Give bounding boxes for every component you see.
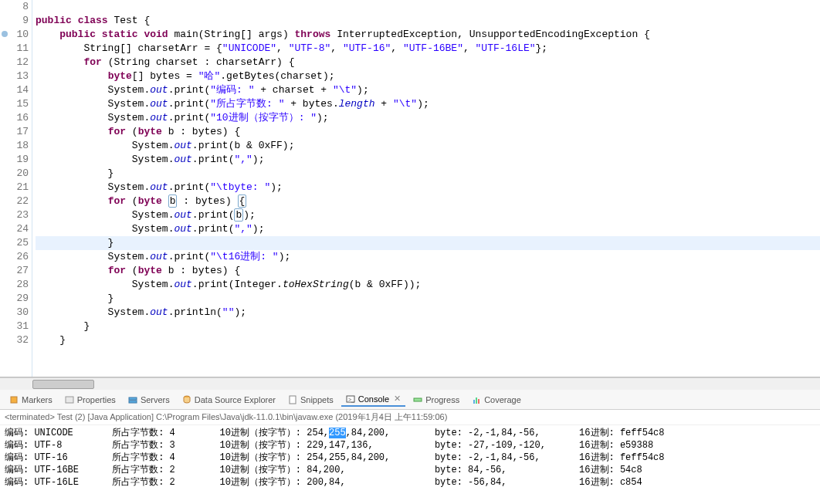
progress-icon <box>413 395 422 404</box>
tab-console[interactable]: >_ Console ✕ <box>341 392 405 407</box>
line-gutter: 8910111213141516171819202122232425262728… <box>0 0 32 377</box>
tab-label: Coverage <box>484 395 521 404</box>
console-line: 编码: UTF-16LE 所占字节数: 2 10进制（按字节）: 200,84,… <box>5 476 815 489</box>
code-line[interactable]: System.out.print(","); <box>36 153 820 167</box>
tab-properties[interactable]: Properties <box>60 394 120 406</box>
svg-rect-3 <box>129 401 137 403</box>
code-line[interactable] <box>36 0 820 14</box>
console-icon: >_ <box>346 394 355 404</box>
svg-rect-10 <box>476 397 477 404</box>
code-line[interactable]: public class Test { <box>36 14 820 28</box>
code-line[interactable]: System.out.print("\tbyte: "); <box>36 181 820 194</box>
svg-rect-9 <box>473 400 475 404</box>
tab-data-source-explorer[interactable]: Data Source Explorer <box>178 394 280 406</box>
code-line[interactable]: String[] charsetArr = {"UNICODE", "UTF-8… <box>36 42 820 56</box>
code-line[interactable]: for (byte b : bytes) { <box>36 125 820 139</box>
svg-rect-1 <box>66 397 73 403</box>
tab-coverage[interactable]: Coverage <box>467 394 526 406</box>
code-area[interactable]: public class Test { public static void m… <box>32 0 820 377</box>
coverage-icon <box>472 395 481 404</box>
code-line[interactable]: System.out.print("编码: " + charset + "\t"… <box>36 83 820 97</box>
database-icon <box>182 395 191 404</box>
code-line[interactable]: System.out.print("\t16进制: "); <box>36 250 820 264</box>
svg-text:>_: >_ <box>348 397 354 403</box>
code-line[interactable]: public static void main(String[] args) t… <box>36 28 820 42</box>
tab-markers[interactable]: Markers <box>5 394 57 406</box>
code-line[interactable]: System.out.print("所占字节数: " + bytes.lengt… <box>36 97 820 111</box>
svg-rect-5 <box>290 396 296 404</box>
console-line: 编码: UTF-16BE 所占字节数: 2 10进制（按字节）: 84,200,… <box>5 464 815 476</box>
code-line[interactable]: System.out.print(Integer.toHexString(b &… <box>36 278 820 292</box>
console-output[interactable]: 编码: UNICODE 所占字节数: 4 10进制（按字节）: 254,255,… <box>0 425 820 504</box>
snippets-icon <box>288 395 297 404</box>
code-line[interactable]: for (byte b : bytes) { <box>36 264 820 278</box>
code-line[interactable]: System.out.print(","); <box>36 222 820 236</box>
tab-snippets[interactable]: Snippets <box>283 394 338 406</box>
close-icon[interactable]: ✕ <box>394 394 401 404</box>
tab-label: Properties <box>77 395 116 404</box>
console-line: 编码: UNICODE 所占字节数: 4 10进制（按字节）: 254,255,… <box>5 427 815 439</box>
code-line[interactable]: for (byte b : bytes) { <box>36 194 820 208</box>
tab-label: Markers <box>22 395 53 404</box>
tab-servers[interactable]: Servers <box>124 394 175 406</box>
code-line[interactable]: } <box>36 320 820 333</box>
tab-label: Data Source Explorer <box>195 395 276 404</box>
code-line[interactable]: } <box>36 292 820 306</box>
view-tabs: Markers Properties Servers Data Source E… <box>0 390 820 410</box>
code-line[interactable]: } <box>36 236 820 250</box>
markers-icon <box>9 395 19 404</box>
svg-rect-11 <box>478 399 479 404</box>
tab-label: Console <box>358 394 389 404</box>
code-line[interactable]: System.out.print(b); <box>36 208 820 222</box>
code-editor[interactable]: 8910111213141516171819202122232425262728… <box>0 0 820 377</box>
scrollbar-thumb[interactable] <box>32 380 94 389</box>
terminated-header: <terminated> Test (2) [Java Application]… <box>0 410 820 425</box>
code-line[interactable]: System.out.println(""); <box>36 306 820 320</box>
tab-label: Servers <box>141 395 170 404</box>
tab-label: Progress <box>425 395 459 404</box>
tab-label: Snippets <box>300 395 334 404</box>
code-line[interactable]: } <box>36 333 820 347</box>
servers-icon <box>128 395 137 404</box>
properties-icon <box>65 395 74 404</box>
code-line[interactable]: } <box>36 167 820 181</box>
code-line[interactable]: for (String charset : charsetArr) { <box>36 56 820 69</box>
tab-progress[interactable]: Progress <box>408 394 464 406</box>
console-line: 编码: UTF-16 所占字节数: 4 10进制（按字节）: 254,255,8… <box>5 452 815 464</box>
svg-rect-8 <box>414 398 422 401</box>
horizontal-scrollbar[interactable] <box>0 377 820 390</box>
svg-rect-0 <box>11 397 17 403</box>
code-line[interactable]: System.out.print(b & 0xFF); <box>36 139 820 153</box>
console-line: 编码: UTF-8 所占字节数: 3 10进制（按字节）: 229,147,13… <box>5 439 815 452</box>
bottom-panel: Markers Properties Servers Data Source E… <box>0 390 820 504</box>
code-line[interactable]: System.out.print("10进制（按字节）: "); <box>36 111 820 125</box>
code-line[interactable]: byte[] bytes = "哈".getBytes(charset); <box>36 69 820 83</box>
svg-rect-2 <box>129 397 137 400</box>
